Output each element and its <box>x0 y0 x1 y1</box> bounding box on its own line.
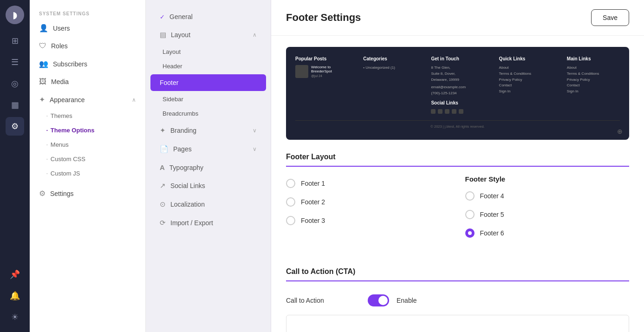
media-icon: 🖼 <box>39 78 46 86</box>
fp-social-icons <box>431 109 484 114</box>
mid-item-import-export[interactable]: ⟳ Import / Export <box>150 214 266 232</box>
footer-layout-radio-1[interactable] <box>286 179 295 188</box>
cta-row: Call to Action Enable <box>286 290 629 311</box>
general-check-icon: ✓ <box>160 13 165 20</box>
mid-sub-sidebar[interactable]: Sidebar <box>146 92 271 106</box>
roles-icon: 🛡 <box>39 42 46 50</box>
fp-post-thumb <box>295 65 308 78</box>
page-title: Footer Settings <box>286 12 361 24</box>
sidebar-child-custom-js[interactable]: Custom JS <box>46 166 145 181</box>
footer-layout-radio-3[interactable] <box>286 216 295 225</box>
globe-nav-icon[interactable]: ◎ <box>6 74 24 93</box>
mid-item-pages[interactable]: 📄 Pages ∨ <box>150 140 266 158</box>
social-icon: ↗ <box>160 182 166 190</box>
fp-col-quicklinks: Quick Links AboutTerms & ConditionsPriva… <box>499 56 552 114</box>
fp-popular-posts-title: Popular Posts <box>295 56 348 61</box>
footer-preview-inner: Popular Posts Welcome toBreederSpot @jul… <box>295 56 620 114</box>
footer-style-radio-6[interactable] <box>465 228 475 238</box>
list-nav-icon[interactable]: ☰ <box>6 53 24 72</box>
sidebar-item-subscribers[interactable]: 👥 Subscribers <box>30 55 145 73</box>
sidebar-child-themes[interactable]: Themes <box>46 109 145 123</box>
mid-sub-breadcrumbs[interactable]: Breadcrumbs <box>146 106 271 121</box>
sidebar-item-media[interactable]: 🖼 Media <box>30 73 145 91</box>
footer-layout-radio-group: Footer 1 Footer 2 Footer 3 <box>286 175 450 229</box>
fp-social-fb <box>431 109 436 114</box>
sidebar-item-users[interactable]: 👤 Users <box>30 19 145 37</box>
mid-item-typography[interactable]: A Typography <box>150 159 266 176</box>
mid-column: ✓ General ▤ Layout ∧ Layout Header Foote… <box>146 0 271 332</box>
footer-style-label-6: Footer 6 <box>480 229 504 237</box>
localization-icon: ⊙ <box>160 200 166 208</box>
theme-nav-icon[interactable]: ☀ <box>6 308 24 326</box>
layout-expand-icon: ∧ <box>253 32 257 38</box>
dashboard-nav-icon[interactable]: ⊞ <box>6 32 24 50</box>
sidebar-section-label: SYSTEM SETTINGS <box>30 7 145 19</box>
sidebar-item-settings[interactable]: ⚙ Settings <box>30 184 145 202</box>
footer-layout-option-1[interactable]: Footer 1 <box>286 175 450 192</box>
main-content: Footer Settings Save Popular Posts Welco… <box>271 0 644 332</box>
bell-nav-icon[interactable]: 🔔 <box>6 286 24 305</box>
cta-textarea[interactable] <box>286 315 629 332</box>
cta-heading: Call to Action (CTA) <box>286 267 629 281</box>
settings-sidebar-icon: ⚙ <box>39 189 46 198</box>
footer-layout-label-1: Footer 1 <box>301 180 325 187</box>
users-icon: 👤 <box>39 24 48 33</box>
mid-item-layout[interactable]: ▤ Layout ∧ <box>150 26 266 44</box>
footer-style-radio-5[interactable] <box>465 210 475 219</box>
left-sidebar: SYSTEM SETTINGS 👤 Users 🛡 Roles 👥 Subscr… <box>30 0 146 332</box>
typography-icon: A <box>160 163 165 171</box>
footer-layout-label-3: Footer 3 <box>301 217 325 224</box>
mid-sub-layout[interactable]: Layout <box>146 45 271 59</box>
fp-quicklinks-items: AboutTerms & ConditionsPrivacy PolicyCon… <box>499 65 552 95</box>
main-body: Popular Posts Welcome toBreederSpot @jul… <box>271 36 644 332</box>
footer-style-radio-group: Footer 4 Footer 5 Footer 6 <box>465 188 630 241</box>
fp-mainlinks-title: Main Links <box>567 56 620 61</box>
fp-col-contact: Get in Touch 8 The Glen,Suite 8, Dover,D… <box>431 56 484 114</box>
fp-contact-phone: (700)-125-1234 <box>431 91 484 97</box>
main-header: Footer Settings Save <box>271 0 644 36</box>
mid-item-footer[interactable]: Footer <box>150 74 266 91</box>
fp-contact-title: Get in Touch <box>431 56 484 61</box>
branding-expand-icon: ∨ <box>253 127 257 134</box>
mid-item-social[interactable]: ↗ Social Links <box>150 177 266 195</box>
save-button[interactable]: Save <box>591 9 629 26</box>
footer-layout-radio-2[interactable] <box>286 197 295 207</box>
sidebar-child-menus[interactable]: Menus <box>46 137 145 152</box>
fp-social-tw <box>459 109 463 114</box>
sidebar-item-roles[interactable]: 🛡 Roles <box>30 37 145 55</box>
pin-nav-icon[interactable]: 📌 <box>6 265 24 284</box>
cta-label: Call to Action <box>286 297 360 304</box>
cta-toggle[interactable] <box>368 294 389 306</box>
import-export-icon: ⟳ <box>160 219 166 227</box>
footer-layout-option-2[interactable]: Footer 2 <box>286 194 450 210</box>
footer-style-option-4[interactable]: Footer 4 <box>465 188 630 204</box>
mid-item-localization[interactable]: ⊙ Localization <box>150 195 266 213</box>
sidebar-child-custom-css[interactable]: Custom CSS <box>46 152 145 166</box>
mid-item-branding[interactable]: ✦ Branding ∨ <box>150 122 266 139</box>
footer-style-radio-4[interactable] <box>465 191 475 201</box>
fp-social-ig <box>438 109 442 114</box>
settings-nav-icon[interactable]: ⚙ <box>6 117 24 136</box>
sidebar-child-theme-options[interactable]: Theme Options <box>46 123 145 137</box>
sidebar-item-appearance[interactable]: ✦ Appearance ∧ <box>30 91 145 109</box>
appearance-expand-icon: ∧ <box>132 97 136 103</box>
pages-expand-icon: ∨ <box>253 146 257 152</box>
footer-style-option-5[interactable]: Footer 5 <box>465 206 630 223</box>
mid-sub-header[interactable]: Header <box>146 59 271 73</box>
fp-mainlinks-items: AboutTerms & ConditionsPrivacy PolicyCon… <box>567 65 620 95</box>
fp-social-wa <box>445 109 449 114</box>
fp-expand-icon[interactable]: ⊕ <box>617 128 623 135</box>
fp-post-text: Welcome toBreederSpot @jul 24 <box>311 65 332 78</box>
footer-layout-heading: Footer Layout <box>286 153 629 167</box>
footer-preview: Popular Posts Welcome toBreederSpot @jul… <box>286 47 629 140</box>
footer-layout-option-3[interactable]: Footer 3 <box>286 212 450 229</box>
icon-nav: ◗ ⊞ ☰ ◎ ▦ ⚙ 📌 🔔 ☀ <box>0 0 30 332</box>
subscribers-icon: 👥 <box>39 59 48 68</box>
chart-nav-icon[interactable]: ▦ <box>6 96 24 114</box>
fp-copyright: © 2023 | j.btest, All rights reserved. <box>295 120 620 129</box>
branding-icon: ✦ <box>160 126 166 135</box>
cta-enable-label: Enable <box>397 297 417 304</box>
footer-style-option-6[interactable]: Footer 6 <box>465 225 630 241</box>
fp-col-popular-posts: Popular Posts Welcome toBreederSpot @jul… <box>295 56 348 114</box>
mid-item-general[interactable]: ✓ General <box>150 8 266 25</box>
